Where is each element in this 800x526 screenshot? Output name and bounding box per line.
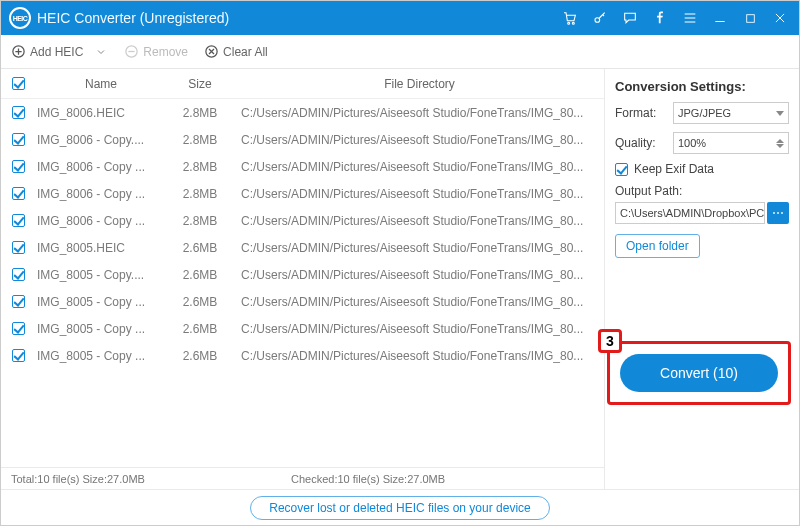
column-size: Size <box>165 77 235 91</box>
key-icon[interactable] <box>587 5 613 31</box>
recover-link[interactable]: Recover lost or deleted HEIC files on yo… <box>250 496 549 520</box>
row-size: 2.6MB <box>165 295 235 309</box>
output-path-label: Output Path: <box>615 184 789 198</box>
row-name: IMG_8006 - Copy ... <box>35 187 165 201</box>
table-row[interactable]: IMG_8006 - Copy....2.8MBC:/Users/ADMIN/P… <box>1 126 604 153</box>
maximize-button[interactable] <box>737 5 763 31</box>
row-size: 2.8MB <box>165 187 235 201</box>
row-directory: C:/Users/ADMIN/Pictures/Aiseesoft Studio… <box>235 106 604 120</box>
row-checkbox[interactable] <box>12 160 25 173</box>
row-checkbox[interactable] <box>12 106 25 119</box>
format-value: JPG/JPEG <box>678 107 731 119</box>
row-checkbox[interactable] <box>12 133 25 146</box>
table-row[interactable]: IMG_8005 - Copy ...2.6MBC:/Users/ADMIN/P… <box>1 288 604 315</box>
file-list-panel: Name Size File Directory IMG_8006.HEIC2.… <box>1 69 605 489</box>
add-heic-button[interactable]: Add HEIC <box>11 44 108 59</box>
row-name: IMG_8006 - Copy ... <box>35 214 165 228</box>
annotation-highlight: Convert (10) <box>607 341 791 405</box>
row-name: IMG_8005 - Copy ... <box>35 322 165 336</box>
window-title: HEIC Converter (Unregistered) <box>37 10 229 26</box>
row-name: IMG_8006 - Copy.... <box>35 133 165 147</box>
row-checkbox[interactable] <box>12 241 25 254</box>
row-size: 2.6MB <box>165 268 235 282</box>
row-size: 2.6MB <box>165 349 235 363</box>
output-path-field[interactable]: C:\Users\ADMIN\Dropbox\PC\ <box>615 202 765 224</box>
spinner-icon <box>776 139 784 148</box>
x-circle-icon <box>204 44 219 59</box>
toolbar: Add HEIC Remove Clear All <box>1 35 799 69</box>
status-bar: Total:10 file(s) Size:27.0MB Checked:10 … <box>1 467 604 489</box>
keep-exif-checkbox[interactable] <box>615 163 628 176</box>
feedback-icon[interactable] <box>617 5 643 31</box>
settings-heading: Conversion Settings: <box>615 79 789 94</box>
table-row[interactable]: IMG_8005 - Copy ...2.6MBC:/Users/ADMIN/P… <box>1 315 604 342</box>
svg-point-1 <box>572 22 574 24</box>
quality-label: Quality: <box>615 136 673 150</box>
keep-exif-label: Keep Exif Data <box>634 162 714 176</box>
row-size: 2.8MB <box>165 160 235 174</box>
row-name: IMG_8006.HEIC <box>35 106 165 120</box>
table-row[interactable]: IMG_8006 - Copy ...2.8MBC:/Users/ADMIN/P… <box>1 180 604 207</box>
select-all-checkbox[interactable] <box>12 77 25 90</box>
remove-button[interactable]: Remove <box>124 44 188 59</box>
quality-stepper[interactable]: 100% <box>673 132 789 154</box>
annotation-step-badge: 3 <box>598 329 622 353</box>
row-directory: C:/Users/ADMIN/Pictures/Aiseesoft Studio… <box>235 349 604 363</box>
row-checkbox[interactable] <box>12 295 25 308</box>
clear-all-label: Clear All <box>223 45 268 59</box>
table-row[interactable]: IMG_8006 - Copy ...2.8MBC:/Users/ADMIN/P… <box>1 153 604 180</box>
row-directory: C:/Users/ADMIN/Pictures/Aiseesoft Studio… <box>235 133 604 147</box>
row-checkbox[interactable] <box>12 349 25 362</box>
row-name: IMG_8005.HEIC <box>35 241 165 255</box>
app-logo-icon: HEIC <box>9 7 31 29</box>
titlebar: HEIC HEIC Converter (Unregistered) <box>1 1 799 35</box>
cart-icon[interactable] <box>557 5 583 31</box>
row-checkbox[interactable] <box>12 268 25 281</box>
table-row[interactable]: IMG_8005 - Copy....2.6MBC:/Users/ADMIN/P… <box>1 261 604 288</box>
output-path-value: C:\Users\ADMIN\Dropbox\PC\ <box>620 207 765 219</box>
format-select[interactable]: JPG/JPEG <box>673 102 789 124</box>
status-checked: Checked:10 file(s) Size:27.0MB <box>291 473 445 485</box>
row-size: 2.8MB <box>165 214 235 228</box>
menu-icon[interactable] <box>677 5 703 31</box>
table-row[interactable]: IMG_8005.HEIC2.6MBC:/Users/ADMIN/Picture… <box>1 234 604 261</box>
file-list: IMG_8006.HEIC2.8MBC:/Users/ADMIN/Picture… <box>1 99 604 467</box>
close-button[interactable] <box>767 5 793 31</box>
quality-value: 100% <box>678 137 706 149</box>
table-row[interactable]: IMG_8005 - Copy ...2.6MBC:/Users/ADMIN/P… <box>1 342 604 369</box>
svg-point-2 <box>595 18 600 23</box>
row-directory: C:/Users/ADMIN/Pictures/Aiseesoft Studio… <box>235 322 604 336</box>
row-name: IMG_8005 - Copy ... <box>35 295 165 309</box>
row-directory: C:/Users/ADMIN/Pictures/Aiseesoft Studio… <box>235 160 604 174</box>
row-checkbox[interactable] <box>12 187 25 200</box>
add-heic-label: Add HEIC <box>30 45 83 59</box>
list-header: Name Size File Directory <box>1 69 604 99</box>
svg-point-0 <box>568 22 570 24</box>
settings-panel: Conversion Settings: Format: JPG/JPEG Qu… <box>605 69 799 489</box>
row-size: 2.8MB <box>165 133 235 147</box>
format-label: Format: <box>615 106 673 120</box>
row-name: IMG_8005 - Copy.... <box>35 268 165 282</box>
app-window: HEIC HEIC Converter (Unregistered) Add H… <box>0 0 800 526</box>
open-folder-button[interactable]: Open folder <box>615 234 700 258</box>
facebook-icon[interactable] <box>647 5 673 31</box>
chevron-down-icon <box>93 44 108 59</box>
chevron-down-icon <box>776 111 784 116</box>
row-size: 2.6MB <box>165 241 235 255</box>
table-row[interactable]: IMG_8006.HEIC2.8MBC:/Users/ADMIN/Picture… <box>1 99 604 126</box>
row-size: 2.8MB <box>165 106 235 120</box>
table-row[interactable]: IMG_8006 - Copy ...2.8MBC:/Users/ADMIN/P… <box>1 207 604 234</box>
row-checkbox[interactable] <box>12 214 25 227</box>
minimize-button[interactable] <box>707 5 733 31</box>
remove-label: Remove <box>143 45 188 59</box>
row-directory: C:/Users/ADMIN/Pictures/Aiseesoft Studio… <box>235 295 604 309</box>
row-checkbox[interactable] <box>12 322 25 335</box>
clear-all-button[interactable]: Clear All <box>204 44 268 59</box>
column-directory: File Directory <box>235 77 604 91</box>
convert-button[interactable]: Convert (10) <box>620 354 778 392</box>
browse-button[interactable]: ⋯ <box>767 202 789 224</box>
footer: Recover lost or deleted HEIC files on yo… <box>1 489 799 525</box>
plus-circle-icon <box>11 44 26 59</box>
row-name: IMG_8005 - Copy ... <box>35 349 165 363</box>
row-size: 2.6MB <box>165 322 235 336</box>
